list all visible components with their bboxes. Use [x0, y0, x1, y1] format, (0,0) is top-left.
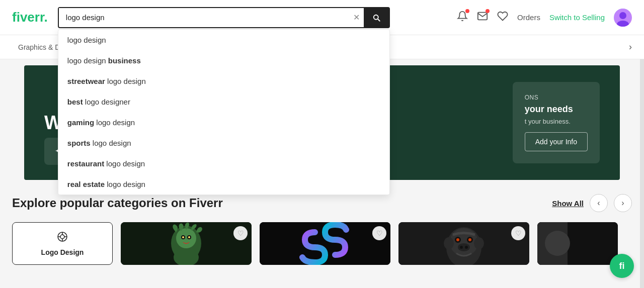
category-card-1[interactable]: ♡	[121, 222, 252, 265]
dropdown-item[interactable]: best logo designer	[58, 91, 389, 112]
search-icon	[372, 13, 381, 22]
hero-right-label: ONS	[525, 94, 588, 101]
section-controls: Show All ‹ ›	[552, 194, 632, 212]
section-title: Explore popular categories on Fiverr	[12, 196, 223, 210]
search-bar: ✕	[58, 7, 390, 28]
search-dropdown: logo design logo design business streetw…	[58, 29, 390, 195]
message-dot	[486, 9, 490, 13]
dropdown-item[interactable]: streetwear logo design	[58, 71, 389, 91]
hero-right-panel: ONS your needs t your business. Add your…	[513, 82, 600, 163]
svg-point-22	[474, 237, 484, 249]
svg-point-28	[460, 246, 463, 249]
svg-point-21	[444, 237, 454, 249]
letter-s-illustration	[260, 222, 390, 265]
switch-selling-link[interactable]: Switch to Selling	[549, 13, 605, 22]
search-button[interactable]	[364, 8, 389, 27]
favorites-icon[interactable]	[497, 11, 508, 24]
user-avatar[interactable]	[614, 9, 632, 27]
header-right: Orders Switch to Selling	[457, 9, 632, 27]
search-bar-wrapper: ✕ logo design logo design business stree…	[58, 7, 390, 28]
dropdown-item[interactable]: sports logo design	[58, 133, 389, 153]
svg-point-15	[188, 236, 190, 238]
svg-point-29	[465, 246, 468, 249]
notification-bell[interactable]	[457, 11, 468, 24]
logo-design-label: Logo Design	[41, 248, 84, 256]
category-card-2[interactable]: ♡	[260, 222, 390, 265]
carousel-prev-button[interactable]: ‹	[590, 194, 608, 212]
messages-icon[interactable]	[477, 11, 488, 24]
dropdown-item[interactable]: restaurant logo design	[58, 153, 389, 174]
categories-row: Logo Design	[12, 222, 632, 265]
svg-point-14	[182, 236, 184, 238]
dropdown-item[interactable]: gaming logo design	[58, 112, 389, 133]
gorilla-illustration	[398, 222, 529, 265]
show-all-link[interactable]: Show All	[552, 199, 584, 208]
category-card-3[interactable]: ♡	[398, 222, 529, 265]
logo-text: fiverr	[12, 10, 44, 25]
svg-point-27	[458, 243, 470, 251]
medusa-illustration	[121, 222, 252, 265]
dropdown-item[interactable]: logo design business	[58, 50, 389, 71]
fiverr-go-label: fi	[619, 261, 625, 271]
logo-dot: .	[44, 10, 48, 25]
category-card-logo-design[interactable]: Logo Design	[12, 222, 113, 265]
clear-button[interactable]: ✕	[349, 9, 364, 26]
svg-point-26	[468, 238, 471, 241]
fiverr-go-badge[interactable]: fi	[610, 254, 634, 278]
dropdown-item[interactable]: real estate logo design	[58, 174, 389, 195]
add-info-button[interactable]: Add your Info	[525, 132, 588, 151]
svg-point-11	[176, 228, 196, 248]
card-bg-4	[537, 222, 618, 265]
heart-overlay-3[interactable]: ♡	[511, 226, 525, 240]
card-bg-3	[398, 222, 529, 265]
hero-right-title: your needs	[525, 104, 588, 115]
svg-point-4	[60, 235, 64, 239]
fiverr-logo[interactable]: fiverr.	[12, 10, 48, 25]
heart-overlay-1[interactable]: ♡	[233, 226, 248, 240]
heart-overlay-2[interactable]: ♡	[372, 226, 386, 240]
nav-scroll-right[interactable]: ›	[629, 42, 632, 52]
section-header: Explore popular categories on Fiverr Sho…	[12, 194, 632, 212]
card-bg-2	[260, 222, 390, 265]
card-bg-1	[121, 222, 252, 265]
carousel-next-button[interactable]: ›	[614, 194, 632, 212]
category-card-4[interactable]	[537, 222, 618, 265]
dropdown-item[interactable]: logo design	[58, 30, 389, 50]
svg-point-25	[456, 238, 459, 241]
header: fiverr. ✕ logo design logo design busine…	[0, 0, 644, 35]
hero-right-sub: t your business.	[525, 118, 588, 125]
search-input[interactable]	[59, 8, 349, 27]
svg-point-32	[545, 231, 570, 256]
logo-design-icon	[56, 231, 68, 245]
abstract-illustration	[537, 222, 618, 265]
notification-dot	[465, 9, 469, 13]
svg-point-1	[619, 12, 626, 19]
clear-icon: ✕	[353, 13, 360, 22]
orders-link[interactable]: Orders	[517, 13, 540, 22]
